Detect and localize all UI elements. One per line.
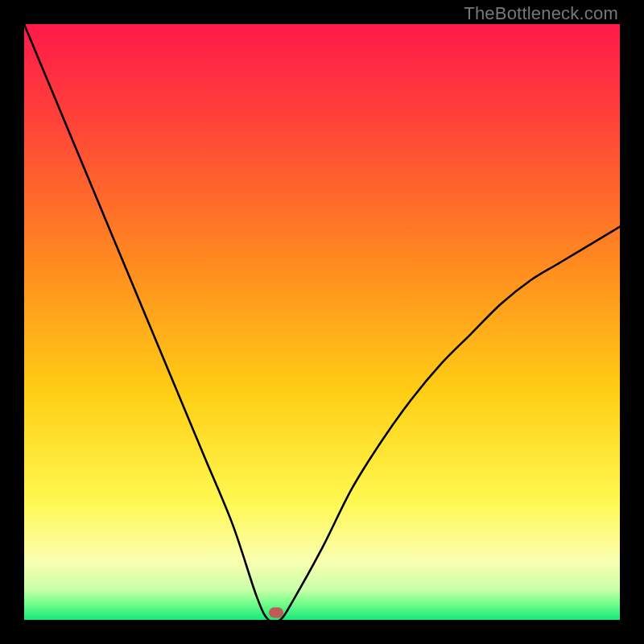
chart-frame: TheBottleneck.com [0, 0, 644, 644]
minimum-marker [269, 608, 283, 618]
bottleneck-curve [24, 24, 620, 620]
watermark-text: TheBottleneck.com [464, 3, 618, 24]
plot-area [24, 24, 620, 620]
